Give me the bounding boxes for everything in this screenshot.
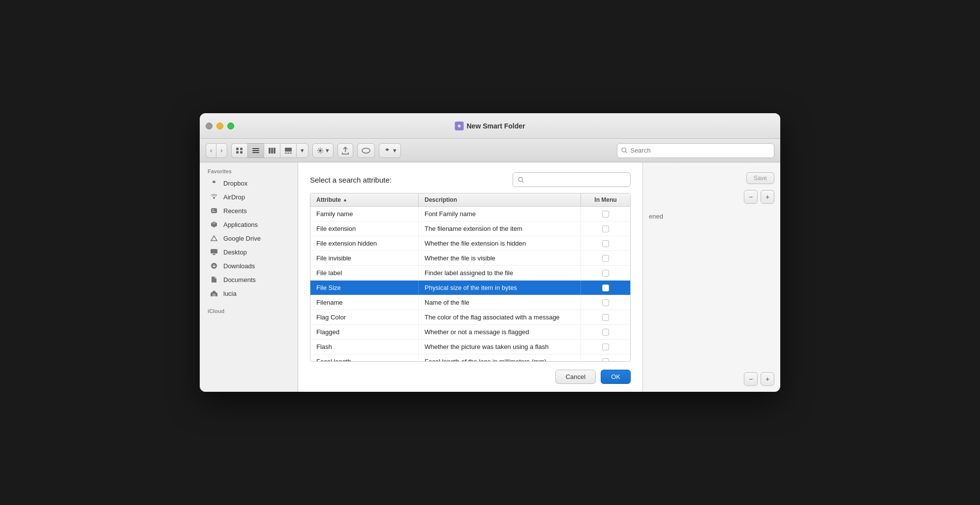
svg-rect-26 [213,294,215,296]
plus-button[interactable]: + [761,190,774,204]
sidebar-item-dropbox[interactable]: Dropbox [202,176,296,190]
svg-rect-23 [211,249,217,253]
attr-menu-checkbox[interactable] [581,221,630,236]
table-row[interactable]: Focal lengthFocal length of the lens in … [310,354,630,362]
checkbox[interactable] [602,314,609,321]
svg-point-27 [519,177,522,181]
table-row[interactable]: Family nameFont Family name [310,207,630,221]
checkbox[interactable] [602,284,609,291]
attr-menu-checkbox[interactable] [581,236,630,251]
attr-menu-checkbox[interactable] [581,251,630,265]
list-view-button[interactable] [247,143,264,158]
sidebar: Favorites Dropbox AirDrop [200,162,298,392]
right-panel: Save − + ened − + [643,162,780,392]
minimize-button[interactable] [216,123,223,129]
minus2-button[interactable]: − [744,372,758,386]
forward-button[interactable]: › [216,143,227,158]
right-panel-actions: Save [649,168,774,186]
sidebar-item-downloads[interactable]: Downloads [202,259,296,273]
sidebar-item-documents[interactable]: Documents [202,273,296,286]
content-pane: Select a search attribute: Attribute ▲ [298,162,643,392]
gallery-icon [284,147,292,154]
svg-rect-3 [240,148,243,150]
checkbox[interactable] [602,329,609,336]
svg-rect-21 [212,210,214,210]
checkbox[interactable] [602,344,609,350]
table-row[interactable]: File SizePhysical size of the item in by… [310,281,630,295]
search-bar[interactable] [617,143,774,158]
gallery-view-button[interactable] [280,143,296,158]
attr-menu-checkbox[interactable] [581,281,630,295]
attr-description: The filename extension of the item [419,221,581,236]
column-view-button[interactable] [264,143,280,158]
dropbox-button[interactable]: ▾ [379,143,401,158]
checkbox[interactable] [602,299,609,306]
favorites-label: Favorites [200,168,298,176]
sidebar-item-recents-label: Recents [223,207,247,215]
attr-menu-checkbox[interactable] [581,354,630,362]
titlebar: New Smart Folder [200,113,780,139]
checkbox[interactable] [602,211,609,218]
ok-button[interactable]: OK [601,370,631,384]
dialog-header: Select a search attribute: [298,162,643,193]
sidebar-item-dropbox-label: Dropbox [223,180,247,187]
checkbox[interactable] [602,225,609,232]
sidebar-item-googledrive[interactable]: Google Drive [202,231,296,245]
table-header: Attribute ▲ Description In Menu [310,193,630,207]
tag-button[interactable] [357,143,375,158]
nav-buttons: ‹ › [206,143,227,158]
checkbox[interactable] [602,358,609,362]
minus-button[interactable]: − [744,190,758,204]
close-button[interactable] [206,123,213,129]
icon-view-button[interactable] [231,143,247,158]
downloads-icon [210,261,218,270]
table-row[interactable]: FlashWhether the picture was taken using… [310,340,630,354]
table-row[interactable]: FilenameName of the file [310,295,630,310]
sidebar-item-lucia[interactable]: lucia [202,286,296,300]
svg-rect-14 [287,153,289,154]
forward-icon: › [220,147,222,154]
table-row[interactable]: File extensionThe filename extension of … [310,221,630,236]
attr-menu-checkbox[interactable] [581,266,630,280]
attr-menu-checkbox[interactable] [581,295,630,310]
sort-asc-icon: ▲ [343,197,347,202]
attr-menu-checkbox[interactable] [581,340,630,354]
attr-menu-checkbox[interactable] [581,310,630,324]
airdrop-icon [210,192,218,201]
table-row[interactable]: FlaggedWhether or not a message is flagg… [310,325,630,340]
plus2-button[interactable]: + [761,372,774,386]
sidebar-item-recents[interactable]: Recents [202,204,296,218]
view-options-dropdown[interactable]: ▾ [296,143,308,158]
checkbox[interactable] [602,270,609,277]
table-row[interactable]: Flag ColorThe color of the flag associat… [310,310,630,325]
search-input[interactable] [630,147,770,154]
sidebar-item-desktop[interactable]: Desktop [202,245,296,259]
dialog-search-input[interactable] [527,176,625,184]
attr-menu-checkbox[interactable] [581,325,630,339]
sidebar-item-airdrop[interactable]: AirDrop [202,190,296,204]
action-button[interactable]: ▾ [312,143,334,158]
back-button[interactable]: ‹ [206,143,216,158]
save-button[interactable]: Save [746,172,774,184]
attr-name: Flagged [310,325,419,339]
table-row[interactable]: File invisibleWhether the file is visibl… [310,251,630,266]
main-area: Favorites Dropbox AirDrop [200,162,780,392]
maximize-button[interactable] [227,123,234,129]
svg-rect-11 [274,148,276,154]
attr-description: Focal length of the lens in millimeters … [419,354,581,362]
sidebar-item-applications[interactable]: Applications [202,218,296,231]
panel-content: ened [649,212,774,221]
table-row[interactable]: File labelFinder label assigned to the f… [310,266,630,281]
share-icon [342,147,349,155]
mini-buttons-row1: − + [649,190,774,204]
checkbox[interactable] [602,240,609,247]
dialog-search[interactable] [513,172,631,187]
attr-menu-checkbox[interactable] [581,207,630,221]
checkbox[interactable] [602,255,609,262]
svg-point-19 [213,197,215,199]
dialog-title: Select a search attribute: [310,176,392,184]
cancel-button[interactable]: Cancel [555,370,596,384]
finder-window: New Smart Folder ‹ › [200,113,780,392]
table-row[interactable]: File extension hiddenWhether the file ex… [310,236,630,251]
share-button[interactable] [337,143,353,158]
